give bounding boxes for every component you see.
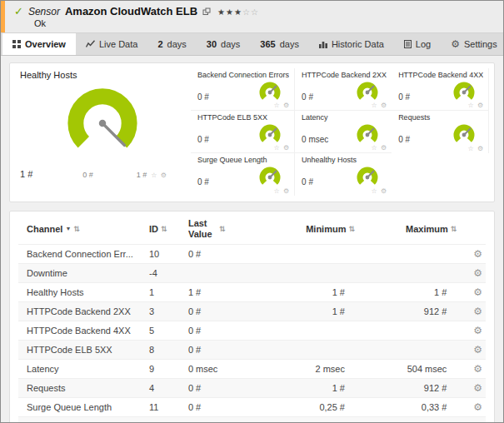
channel-row[interactable]: Healthy Hosts 1 1 # 1 # 1 # ⚙ bbox=[18, 283, 486, 302]
mini-gauge-settings-icon[interactable]: ⚙ bbox=[381, 102, 387, 109]
mini-gauge-cell[interactable]: HTTPCode Backend 4XX 0 # ☆ ⚙ bbox=[392, 68, 489, 111]
mini-gauge-settings-icon[interactable]: ⚙ bbox=[283, 187, 290, 195]
channel-last-value: 0 # bbox=[185, 341, 258, 360]
mini-gauge-title: HTTPCode Backend 2XX bbox=[302, 71, 387, 79]
channel-minimum bbox=[258, 341, 358, 360]
channel-last-value: 0 # bbox=[185, 379, 258, 398]
channel-maximum bbox=[358, 245, 460, 264]
channel-last-value: 0 # bbox=[185, 245, 258, 264]
favorite-star-icon[interactable]: ☆ bbox=[372, 102, 378, 109]
channel-row[interactable]: HTTPCode Backend 2XX 3 0 # 1 # 912 # ⚙ bbox=[18, 302, 486, 321]
stars-filled: ★★★ bbox=[217, 7, 242, 17]
channel-minimum: 0,25 # bbox=[258, 398, 358, 417]
mini-gauge-title: Surge Queue Length bbox=[197, 156, 289, 164]
channel-row[interactable]: Backend Connection Err... 10 0 # ⚙ bbox=[18, 245, 486, 264]
mini-gauge-settings-icon[interactable]: ⚙ bbox=[381, 144, 387, 152]
col-header-actions bbox=[460, 213, 486, 245]
channel-settings-icon[interactable]: ⚙ bbox=[473, 344, 482, 356]
mini-gauge-value: 0 # bbox=[302, 92, 313, 105]
mini-gauge-title: Requests bbox=[398, 113, 483, 122]
tab-overview[interactable]: Overview bbox=[2, 33, 76, 55]
tab-2-days[interactable]: 2 days bbox=[147, 33, 196, 55]
tab-365-days[interactable]: 365 days bbox=[250, 33, 309, 55]
col-header-id[interactable]: ID⇅ bbox=[146, 213, 185, 245]
channel-name: Latency bbox=[18, 360, 146, 379]
mini-gauge-value: 0 # bbox=[302, 177, 313, 190]
channel-name: Healthy Hosts bbox=[18, 283, 146, 302]
channel-minimum: 1 # bbox=[258, 283, 358, 302]
channel-settings-icon[interactable]: ⚙ bbox=[473, 306, 482, 317]
tab-log[interactable]: Log bbox=[394, 33, 441, 55]
channel-settings-icon[interactable]: ⚙ bbox=[473, 248, 482, 260]
channel-name: HTTPCode Backend 2XX bbox=[18, 302, 146, 321]
mini-gauge-value: 0 msec bbox=[302, 135, 328, 147]
favorite-star-icon[interactable]: ☆ bbox=[273, 102, 280, 109]
channel-row[interactable]: HTTPCode Backend 4XX 5 0 # ⚙ bbox=[18, 321, 486, 341]
mini-gauge-settings-icon[interactable]: ⚙ bbox=[477, 145, 484, 152]
channel-row[interactable]: Latency 9 0 msec 2 msec 504 msec ⚙ bbox=[18, 360, 486, 379]
channel-settings-icon[interactable]: ⚙ bbox=[473, 401, 482, 413]
tab-label-unit: days bbox=[280, 39, 299, 49]
favorite-star-icon[interactable]: ☆ bbox=[273, 187, 280, 195]
channel-row[interactable]: Surge Queue Length 11 0 # 0,25 # 0,33 # … bbox=[18, 398, 486, 417]
channel-row[interactable]: Unhealthy Hosts 2 0 # 0 # 0 # ⚙ bbox=[18, 417, 486, 423]
channel-settings-icon[interactable]: ⚙ bbox=[473, 382, 482, 394]
mini-gauge-cell[interactable]: HTTPCode Backend 2XX 0 # ☆ ⚙ bbox=[295, 68, 392, 111]
overview-icon bbox=[12, 40, 21, 48]
favorite-star-icon[interactable]: ☆ bbox=[151, 172, 157, 179]
object-kind-label: Sensor bbox=[28, 6, 60, 17]
favorite-star-icon[interactable]: ☆ bbox=[273, 144, 280, 152]
mini-gauge-settings-icon[interactable]: ⚙ bbox=[283, 102, 290, 109]
mini-gauge-settings-icon[interactable]: ⚙ bbox=[283, 144, 290, 152]
tab-30-days[interactable]: 30 days bbox=[197, 33, 251, 55]
col-header-minimum[interactable]: Minimum⇅ bbox=[258, 213, 358, 245]
channel-settings-icon[interactable]: ⚙ bbox=[473, 325, 482, 336]
col-label: Maximum bbox=[406, 224, 448, 234]
mini-gauge-cell[interactable]: Unhealthy Hosts 0 # ☆ ⚙ bbox=[295, 153, 392, 196]
col-header-last-value[interactable]: Last Value⇅ bbox=[185, 213, 258, 245]
mini-gauge-dial bbox=[257, 165, 282, 190]
tab-label-unit: days bbox=[221, 39, 240, 49]
tab-label-number: 30 bbox=[207, 39, 217, 49]
channel-minimum: 0 # bbox=[258, 417, 358, 423]
channel-name: Surge Queue Length bbox=[18, 398, 146, 417]
tab-live-data[interactable]: Live Data bbox=[76, 33, 147, 55]
mini-gauge-cell[interactable]: Requests 0 # ☆ ⚙ bbox=[392, 111, 489, 153]
favorite-star-icon[interactable]: ☆ bbox=[468, 102, 475, 109]
mini-gauge-settings-icon[interactable]: ⚙ bbox=[477, 102, 484, 109]
content-area: Healthy Hosts 1 # 0 # 1 # ☆ ⚙ Backend bbox=[1, 56, 503, 423]
mini-gauge-settings-icon[interactable]: ⚙ bbox=[381, 187, 387, 195]
priority-stars[interactable]: ★★★☆☆ bbox=[217, 7, 259, 17]
primary-channel-gauge[interactable]: Healthy Hosts 1 # 0 # 1 # ☆ ⚙ bbox=[17, 68, 187, 197]
mini-gauge-cell[interactable]: Latency 0 msec ☆ ⚙ bbox=[295, 111, 392, 153]
channel-row[interactable]: HTTPCode ELB 5XX 8 0 # ⚙ bbox=[18, 341, 486, 360]
col-label: Minimum bbox=[306, 224, 346, 234]
sort-icon: ⇅ bbox=[348, 225, 355, 233]
favorite-star-icon[interactable]: ☆ bbox=[372, 144, 378, 152]
mini-gauge-cell[interactable]: Surge Queue Length 0 # ☆ ⚙ bbox=[191, 153, 295, 196]
mini-gauge-cell[interactable]: HTTPCode ELB 5XX 0 # ☆ ⚙ bbox=[191, 111, 295, 153]
channel-last-value: 0 msec bbox=[185, 360, 258, 379]
channel-id: 10 bbox=[146, 245, 185, 264]
mini-gauge-value: 0 # bbox=[197, 135, 209, 147]
channel-settings-icon[interactable]: ⚙ bbox=[473, 267, 482, 279]
mini-gauge-title: Backend Connection Errors bbox=[197, 71, 289, 79]
channel-row[interactable]: Requests 4 0 # 1 # 912 # ⚙ bbox=[18, 379, 486, 398]
favorite-star-icon[interactable]: ☆ bbox=[468, 145, 475, 152]
channel-settings-icon[interactable]: ⚙ bbox=[473, 286, 482, 298]
channel-settings-icon[interactable]: ⚙ bbox=[473, 363, 482, 375]
tab-label: Overview bbox=[25, 39, 66, 49]
tab-historic-data[interactable]: Historic Data bbox=[309, 33, 394, 55]
gauge-settings-icon[interactable]: ⚙ bbox=[161, 172, 167, 179]
col-header-channel[interactable]: Channel ▼ ⇅ bbox=[18, 213, 146, 245]
popout-icon[interactable] bbox=[202, 7, 211, 16]
tab-label: Live Data bbox=[99, 39, 137, 49]
channel-row[interactable]: Downtime -4 ⚙ bbox=[18, 264, 486, 283]
mini-gauge-cell[interactable]: Backend Connection Errors 0 # ☆ ⚙ bbox=[191, 68, 295, 111]
channel-name: HTTPCode ELB 5XX bbox=[18, 341, 146, 360]
col-header-maximum[interactable]: Maximum⇅ bbox=[358, 213, 460, 245]
favorite-star-icon[interactable]: ☆ bbox=[372, 187, 378, 195]
mini-gauges-grid: Backend Connection Errors 0 # ☆ ⚙ bbox=[191, 68, 489, 197]
tab-settings[interactable]: ⚙ Settings bbox=[441, 33, 504, 55]
table-header-row: Channel ▼ ⇅ ID⇅ Last Value⇅ Minim bbox=[18, 213, 486, 245]
